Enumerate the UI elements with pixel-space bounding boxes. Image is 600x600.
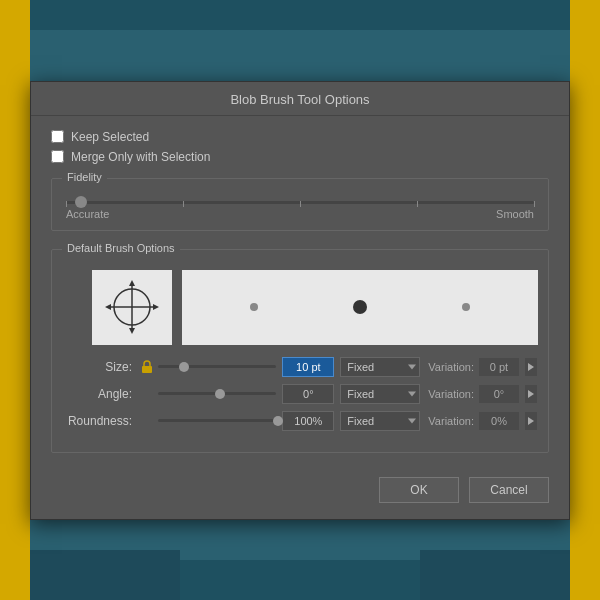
svg-marker-13: [129, 328, 135, 334]
size-variation-input[interactable]: [478, 357, 520, 377]
fidelity-label-smooth: Smooth: [496, 208, 534, 220]
svg-marker-17: [528, 363, 534, 371]
fidelity-section: Fidelity Accurate Smooth: [51, 178, 549, 231]
merge-only-label[interactable]: Merge Only with Selection: [71, 150, 210, 164]
brush-options-label: Default Brush Options: [62, 242, 180, 254]
angle-value-input[interactable]: [282, 384, 334, 404]
brush-options-section: Default Brush Options: [51, 249, 549, 453]
fidelity-section-label: Fidelity: [62, 171, 107, 183]
roundness-variation-arrow[interactable]: [524, 411, 538, 431]
size-slider-wrap[interactable]: [158, 360, 276, 374]
fidelity-labels: Accurate Smooth: [66, 208, 534, 220]
dialog-titlebar: Blob Brush Tool Options: [31, 82, 569, 116]
size-value-input[interactable]: [282, 357, 334, 377]
svg-marker-18: [528, 390, 534, 398]
angle-variation-label: Variation:: [428, 388, 474, 400]
roundness-dropdown[interactable]: Fixed Random Pressure: [340, 411, 420, 431]
angle-row: Angle: Fixed Random Pressure: [62, 384, 538, 404]
svg-marker-12: [129, 280, 135, 286]
ok-button[interactable]: OK: [379, 477, 459, 503]
svg-marker-15: [153, 304, 159, 310]
dot-left: [250, 303, 258, 311]
dialog-body: Keep Selected Merge Only with Selection …: [31, 116, 569, 467]
size-variation-arrow[interactable]: [524, 357, 538, 377]
merge-only-row: Merge Only with Selection: [51, 150, 549, 164]
lock-icon: [140, 360, 154, 374]
keep-selected-label[interactable]: Keep Selected: [71, 130, 149, 144]
svg-marker-14: [105, 304, 111, 310]
svg-rect-16: [142, 366, 152, 373]
angle-label: Angle:: [62, 387, 132, 401]
fidelity-track: [66, 201, 534, 204]
dots-preview: [182, 270, 538, 345]
roundness-slider-wrap[interactable]: [158, 414, 276, 428]
angle-variation-input[interactable]: [478, 384, 520, 404]
dialog-overlay: Blob Brush Tool Options Keep Selected Me…: [0, 0, 600, 600]
dot-center: [353, 300, 367, 314]
angle-slider-wrap[interactable]: [158, 387, 276, 401]
angle-dropdown-wrap: Fixed Random Pressure: [340, 384, 420, 404]
size-track: [158, 365, 276, 368]
size-thumb[interactable]: [179, 362, 189, 372]
roundness-dropdown-wrap: Fixed Random Pressure: [340, 411, 420, 431]
dot-right: [462, 303, 470, 311]
keep-selected-checkbox[interactable]: [51, 130, 64, 143]
roundness-track: [158, 419, 276, 422]
dialog-title: Blob Brush Tool Options: [230, 92, 369, 107]
angle-dropdown[interactable]: Fixed Random Pressure: [340, 384, 420, 404]
roundness-label: Roundness:: [62, 414, 132, 428]
angle-variation-arrow[interactable]: [524, 384, 538, 404]
dialog: Blob Brush Tool Options Keep Selected Me…: [30, 81, 570, 520]
angle-track: [158, 392, 276, 395]
angle-thumb[interactable]: [215, 389, 225, 399]
fidelity-label-accurate: Accurate: [66, 208, 109, 220]
brush-preview-area: [92, 270, 538, 345]
roundness-value-input[interactable]: [282, 411, 334, 431]
size-dropdown-wrap: Fixed Random Pressure: [340, 357, 420, 377]
roundness-row: Roundness: Fixed Random Pressure: [62, 411, 538, 431]
cancel-button[interactable]: Cancel: [469, 477, 549, 503]
fidelity-thumb[interactable]: [75, 196, 87, 208]
crosshair-preview: [92, 270, 172, 345]
keep-selected-row: Keep Selected: [51, 130, 549, 144]
size-variation-label: Variation:: [428, 361, 474, 373]
size-label: Size:: [62, 360, 132, 374]
size-dropdown[interactable]: Fixed Random Pressure: [340, 357, 420, 377]
size-row: Size: Fixed Ran: [62, 357, 538, 377]
roundness-variation-label: Variation:: [428, 415, 474, 427]
svg-marker-19: [528, 417, 534, 425]
roundness-thumb[interactable]: [273, 416, 283, 426]
merge-only-checkbox[interactable]: [51, 150, 64, 163]
crosshair-svg: [102, 277, 162, 337]
dialog-footer: OK Cancel: [31, 467, 569, 519]
roundness-variation-input[interactable]: [478, 411, 520, 431]
